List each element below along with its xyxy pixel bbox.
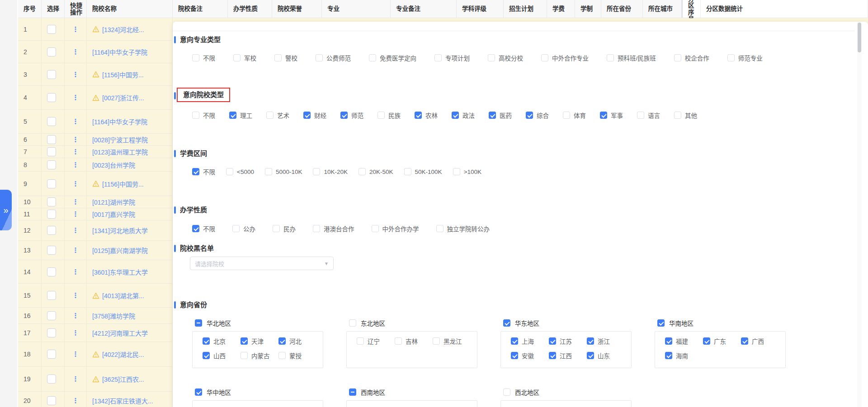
region-state-checkbox[interactable] — [503, 319, 510, 327]
province-state-checkbox[interactable] — [203, 337, 210, 345]
province-checkbox[interactable]: 辽宁 — [357, 337, 395, 346]
school-name-link[interactable]: [0023]台州学院 — [92, 160, 135, 169]
filter-option[interactable]: 军事 — [600, 111, 623, 120]
row-select-checkbox[interactable] — [47, 291, 56, 300]
region-state-checkbox[interactable] — [657, 319, 665, 327]
row-actions-menu-icon[interactable]: ⋮ — [72, 375, 79, 383]
province-state-checkbox[interactable] — [241, 337, 248, 345]
province-checkbox[interactable]: 江苏 — [549, 337, 587, 346]
province-checkbox[interactable]: 山东 — [587, 351, 625, 360]
row-actions-menu-icon[interactable]: ⋮ — [72, 161, 79, 169]
option-checkbox[interactable] — [274, 54, 282, 61]
row-select-checkbox[interactable] — [47, 210, 56, 219]
filter-option[interactable]: 中外合作专业 — [541, 53, 589, 62]
region-checkbox[interactable]: 西南地区 — [346, 388, 500, 397]
filter-option[interactable]: 语言 — [637, 111, 660, 120]
school-name-link[interactable]: [0121]湖州学院 — [92, 197, 135, 206]
option-checkbox[interactable] — [541, 54, 548, 61]
school-name-link[interactable]: [0027]浙江传... — [92, 93, 144, 102]
school-name-link[interactable]: [0123]温州理工学院 — [92, 147, 148, 156]
region-checkbox[interactable]: 华北地区 — [192, 318, 346, 327]
option-checkbox[interactable] — [453, 168, 460, 175]
option-checkbox[interactable] — [313, 168, 320, 175]
row-actions-menu-icon[interactable]: ⋮ — [72, 210, 79, 218]
filter-option[interactable]: 10K-20K — [313, 168, 348, 175]
row-actions-menu-icon[interactable]: ⋮ — [72, 291, 79, 299]
filter-option[interactable]: 师范专业 — [727, 53, 763, 62]
school-name-link[interactable]: [3625]江西农... — [92, 374, 144, 384]
filter-option[interactable]: 中外合作办学 — [372, 224, 419, 233]
province-checkbox[interactable]: 河北 — [278, 337, 316, 346]
filter-option[interactable]: 公费师范 — [316, 53, 351, 62]
row-actions-menu-icon[interactable]: ⋮ — [72, 48, 79, 56]
filter-option[interactable]: 警校 — [274, 53, 297, 62]
option-checkbox[interactable] — [526, 112, 533, 119]
option-checkbox[interactable] — [727, 54, 735, 61]
region-state-checkbox[interactable] — [503, 388, 510, 396]
school-name-link[interactable]: [0017]嘉兴学院 — [92, 210, 135, 219]
school-name-link[interactable]: [4013]湖北第... — [92, 291, 144, 300]
option-checkbox[interactable] — [266, 112, 274, 119]
province-checkbox[interactable]: 福建 — [665, 337, 703, 346]
region-checkbox[interactable]: 西北地区 — [500, 388, 655, 397]
filter-option[interactable]: 公办 — [232, 224, 255, 233]
row-select-checkbox[interactable] — [47, 160, 56, 169]
province-checkbox[interactable]: 江西 — [549, 351, 587, 360]
option-checkbox[interactable] — [600, 112, 607, 119]
option-checkbox[interactable] — [637, 112, 644, 119]
option-checkbox[interactable] — [563, 112, 570, 119]
option-checkbox[interactable] — [192, 225, 199, 232]
school-name-link[interactable]: [4212]河南理工大学 — [92, 328, 148, 337]
filter-option[interactable]: 5000-10K — [265, 168, 302, 175]
province-state-checkbox[interactable] — [241, 352, 248, 359]
filter-option[interactable]: 免费医学定向 — [369, 53, 416, 62]
option-checkbox[interactable] — [192, 112, 199, 119]
filter-option[interactable]: 其他 — [674, 111, 697, 120]
school-name-link[interactable]: [1341]河北地质大学 — [92, 226, 148, 235]
row-select-checkbox[interactable] — [47, 70, 56, 79]
option-checkbox[interactable] — [232, 225, 240, 232]
option-checkbox[interactable] — [226, 168, 233, 175]
filter-option[interactable]: 艺术 — [266, 111, 289, 120]
option-checkbox[interactable] — [192, 168, 199, 175]
row-select-checkbox[interactable] — [47, 246, 56, 255]
filter-option[interactable]: 民族 — [377, 111, 401, 120]
school-name-link[interactable]: [1324]河北经... — [92, 25, 144, 34]
province-state-checkbox[interactable] — [587, 337, 594, 345]
province-state-checkbox[interactable] — [433, 337, 440, 345]
filter-option[interactable]: 体育 — [563, 111, 586, 120]
province-state-checkbox[interactable] — [741, 337, 748, 345]
province-state-checkbox[interactable] — [395, 337, 402, 345]
filter-option[interactable]: 综合 — [526, 111, 549, 120]
school-name-link[interactable]: [4022]湖北民... — [92, 350, 144, 359]
row-select-checkbox[interactable] — [47, 93, 56, 102]
row-actions-menu-icon[interactable]: ⋮ — [72, 25, 79, 33]
region-checkbox[interactable]: 华东地区 — [500, 318, 655, 327]
province-checkbox[interactable]: 黑龙江 — [433, 337, 471, 346]
filter-option[interactable]: 师范 — [340, 111, 363, 120]
row-select-checkbox[interactable] — [47, 374, 56, 384]
option-checkbox[interactable] — [674, 112, 681, 119]
filter-option[interactable]: 军校 — [233, 53, 256, 62]
filter-option[interactable]: 医药 — [489, 111, 512, 120]
filter-option[interactable]: 校企合作 — [674, 53, 709, 62]
row-select-checkbox[interactable] — [47, 117, 56, 126]
province-state-checkbox[interactable] — [278, 352, 286, 359]
option-checkbox[interactable] — [434, 54, 442, 61]
option-checkbox[interactable] — [452, 112, 459, 119]
option-checkbox[interactable] — [415, 112, 422, 119]
province-checkbox[interactable]: 广东 — [703, 337, 741, 346]
province-checkbox[interactable]: 天津 — [241, 337, 278, 346]
region-checkbox[interactable]: 东北地区 — [346, 318, 500, 327]
row-select-checkbox[interactable] — [47, 396, 56, 405]
province-state-checkbox[interactable] — [665, 337, 672, 345]
option-checkbox[interactable] — [377, 112, 385, 119]
province-state-checkbox[interactable] — [703, 337, 710, 345]
row-select-checkbox[interactable] — [47, 267, 56, 276]
province-checkbox[interactable]: 广西 — [741, 337, 779, 346]
filter-option[interactable]: 不限 — [192, 53, 215, 62]
filter-option[interactable]: 20K-50K — [359, 168, 393, 175]
row-select-checkbox[interactable] — [47, 179, 56, 188]
row-select-checkbox[interactable] — [47, 328, 56, 337]
filter-option[interactable]: 预科班/民族班 — [607, 53, 656, 62]
